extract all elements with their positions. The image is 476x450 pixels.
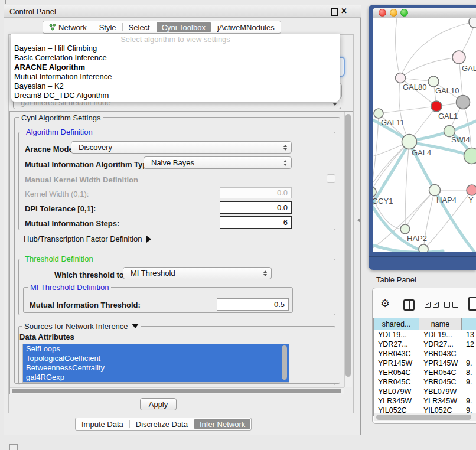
table-cell[interactable]: YDL19...	[374, 330, 419, 340]
sources-title[interactable]: Sources for Network Inference	[22, 322, 141, 331]
network-node-y-partial[interactable]	[467, 185, 476, 195]
column-header-shared[interactable]: shared...	[374, 318, 419, 330]
table-cell[interactable]: YBL079W	[374, 387, 419, 396]
table-cell[interactable]	[462, 387, 476, 396]
hub-definition-label: Hub/Transcription Factor Definition	[24, 234, 142, 243]
dpi-tolerance-field[interactable]: 0.0	[220, 201, 292, 214]
table-scrollbar-thumb[interactable]	[376, 415, 471, 420]
network-node-big-green[interactable]	[464, 148, 476, 164]
table-cell[interactable]: YDR27...	[374, 340, 419, 349]
network-node-label: HAP2	[407, 234, 427, 243]
column-header-2[interactable]	[462, 318, 476, 330]
aracne-mode-value: Discovery	[79, 143, 112, 152]
table-cell[interactable]: YER054C	[374, 368, 419, 377]
network-node-bottom-partial[interactable]	[419, 244, 428, 252]
mi-type-value: Naive Bayes	[151, 158, 194, 167]
network-node-gal-top[interactable]	[452, 51, 465, 64]
checked-boxes-icon[interactable]: ✔✔	[425, 302, 439, 308]
table-cell[interactable]: YBR043C	[419, 349, 462, 358]
bottom-tab-discretize-data[interactable]: Discretize Data	[130, 418, 194, 430]
attribute-item-topologicalcoefficient[interactable]: TopologicalCoefficient	[23, 354, 289, 363]
table-cell[interactable]: YPR145W	[419, 358, 462, 368]
network-node-gal4[interactable]	[402, 135, 417, 149]
algorithm-option-dream8-dc-tdc-algorithm[interactable]: Dream8 DC_TDC Algorithm	[11, 91, 340, 100]
unchecked-boxes-icon[interactable]	[444, 302, 458, 308]
mi-type-combobox[interactable]: Naive Bayes	[144, 156, 292, 169]
network-node-label: GAL1	[438, 112, 458, 120]
combo-arrows-icon	[283, 160, 287, 166]
close-icon[interactable]: ✕	[341, 6, 347, 15]
which-threshold-combobox[interactable]: MI Threshold	[123, 267, 272, 279]
network-node-top-partial[interactable]	[469, 18, 476, 28]
network-node-hap2[interactable]	[400, 224, 410, 234]
data-attributes-label: Data Attributes	[19, 332, 74, 341]
table-cell[interactable]: YBR045C	[419, 377, 462, 387]
kernel-width-field[interactable]: 0.0	[220, 187, 292, 198]
table-cell[interactable]: YER054C	[419, 368, 462, 377]
frame-tick	[5, 0, 6, 4]
hub-definition-expander[interactable]: Hub/Transcription Factor Definition	[24, 234, 151, 243]
network-node-gal10[interactable]	[428, 76, 439, 87]
algorithm-option-bayesian-hill-climbing[interactable]: Bayesian – Hill Climbing	[11, 44, 340, 53]
table-cell[interactable]: YPR145W	[374, 358, 419, 368]
algorithm-option-basic-correlation-inference[interactable]: Basic Correlation Inference	[11, 53, 340, 63]
tab-cyni-toolbox[interactable]: Cyni Toolbox	[157, 22, 211, 32]
table-cell[interactable]: 9.	[462, 358, 476, 368]
table-cell[interactable]: 13	[462, 330, 476, 340]
network-node-gal11[interactable]	[374, 109, 383, 118]
table-cell[interactable]: YLR345W	[374, 396, 419, 406]
network-node-gray-node[interactable]	[457, 96, 470, 109]
network-view-titlebar[interactable]	[373, 8, 476, 18]
float-panel-icon[interactable]	[331, 8, 338, 16]
table-cell[interactable]: YLR345W	[419, 396, 462, 406]
network-canvas[interactable]: GALGAL80GAL10GAL1GAL11SWI4GAL4GCY1HAP4YH…	[373, 18, 476, 252]
zoom-traffic-light-icon[interactable]	[400, 9, 408, 17]
algorithm-option-mutual-information-inference[interactable]: Mutual Information Inference	[11, 72, 340, 81]
network-node-hap4[interactable]	[429, 185, 441, 196]
columns-icon[interactable]	[403, 299, 415, 311]
table-cell[interactable]: 12	[462, 340, 476, 349]
bottom-tab-infer-network[interactable]: Infer Network	[194, 419, 250, 429]
attribute-item-gal4rgexp[interactable]: gal4RGexp	[23, 373, 289, 382]
horizontal-scrollbar-thumb[interactable]	[12, 389, 341, 393]
tab-select[interactable]: Select	[123, 21, 156, 33]
manual-kernel-checkbox[interactable]	[327, 174, 335, 183]
attribute-item-selfloops[interactable]: SelfLoops	[23, 344, 289, 354]
attributes-scrollbar-thumb[interactable]	[282, 345, 287, 380]
table-cell[interactable]: 8.	[462, 368, 476, 377]
mi-steps-field[interactable]: 6	[220, 216, 292, 229]
mi-threshold-field[interactable]: 0.5	[217, 298, 289, 311]
attribute-item-betweennesscentrality[interactable]: BetweennessCentrality	[23, 363, 289, 373]
split-pane-arrow-icon[interactable]	[357, 218, 360, 223]
tab-style[interactable]: Style	[93, 21, 122, 33]
column-header-name[interactable]: name	[419, 318, 462, 330]
mi-type-label: Mutual Information Algorithm Type:	[25, 160, 154, 169]
minimize-traffic-light-icon[interactable]	[390, 9, 397, 17]
table-cell[interactable]: YDR27...	[419, 340, 462, 349]
network-edge	[379, 106, 436, 113]
tab-jactivemnodules[interactable]: jActiveMNodules	[211, 21, 281, 33]
network-node-gal80[interactable]	[396, 73, 406, 83]
network-node-gal1[interactable]	[431, 101, 442, 112]
table-cell[interactable]: YBR045C	[374, 377, 419, 387]
table-cell[interactable]: YBR043C	[374, 349, 419, 358]
document-icon[interactable]	[468, 297, 476, 311]
tab-network[interactable]: Network	[43, 21, 93, 33]
gear-icon[interactable]: ⚙	[380, 298, 390, 309]
apply-button[interactable]: Apply	[140, 398, 177, 410]
algorithm-option-bayesian-k2[interactable]: Bayesian – K2	[11, 81, 340, 91]
algorithm-option-aracne-algorithm[interactable]: ARACNE Algorithm	[11, 63, 340, 72]
bottom-tab-impute-data[interactable]: Impute Data	[76, 418, 129, 430]
aracne-mode-combobox[interactable]: Discovery	[71, 141, 292, 154]
table-cell[interactable]: YDL19...	[419, 330, 462, 340]
table-cell[interactable]: 9.	[462, 396, 476, 406]
vertical-scrollbar-thumb[interactable]	[345, 114, 351, 377]
table-cell[interactable]: YBL079W	[419, 387, 462, 396]
network-node-label: GAL11	[381, 118, 405, 127]
minimized-panel-icon[interactable]	[9, 444, 18, 450]
close-traffic-light-icon[interactable]	[379, 9, 386, 17]
dpi-tolerance-label: DPI Tolerance [0,1]:	[25, 204, 96, 213]
which-threshold-value: MI Threshold	[131, 269, 175, 278]
table-cell[interactable]: 9.	[462, 377, 476, 387]
table-cell[interactable]	[462, 349, 476, 358]
